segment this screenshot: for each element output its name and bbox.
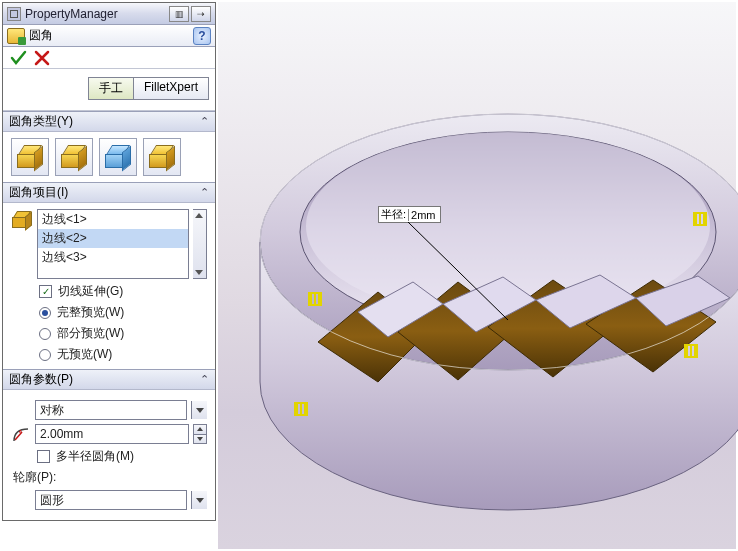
ok-button[interactable]: [9, 49, 27, 67]
cancel-button[interactable]: [33, 49, 51, 67]
checkbox-icon[interactable]: [37, 450, 50, 463]
radius-icon: [11, 425, 31, 443]
partial-preview-row[interactable]: 部分预览(W): [39, 325, 207, 342]
section-fillet-items: 圆角项目(I) ⌃ 边线<1> 边线<2> 边线<3> ✓ 切线延伸(G) 完整…: [3, 182, 215, 369]
svg-line-4: [408, 222, 508, 320]
fillet-type-constant[interactable]: [11, 138, 49, 176]
tangent-propagation-row[interactable]: ✓ 切线延伸(G): [39, 283, 207, 300]
section-fillet-type-title: 圆角类型(Y): [9, 113, 73, 130]
mode-manual[interactable]: 手工: [88, 77, 134, 100]
list-item[interactable]: 边线<1>: [38, 210, 188, 229]
edge-selection-icon: [12, 211, 32, 229]
list-item[interactable]: 边线<3>: [38, 248, 188, 267]
fillet-handle[interactable]: [693, 212, 721, 234]
section-fillet-params-header[interactable]: 圆角参数(P) ⌃: [3, 370, 215, 390]
radio-selected-icon[interactable]: [39, 307, 51, 319]
tangent-propagation-label: 切线延伸(G): [58, 283, 123, 300]
radius-callout: 半径:: [378, 206, 441, 223]
radius-input[interactable]: 2.00mm: [35, 424, 189, 444]
dropdown-button[interactable]: [191, 401, 207, 419]
dropdown-button[interactable]: [191, 491, 207, 509]
profile-value: 圆形: [40, 492, 64, 509]
no-preview-row[interactable]: 无预览(W): [39, 346, 207, 363]
full-preview-row[interactable]: 完整预览(W): [39, 304, 207, 321]
profile-dropdown[interactable]: 圆形: [35, 490, 187, 510]
section-fillet-items-header[interactable]: 圆角项目(I) ⌃: [3, 183, 215, 203]
edges-listbox[interactable]: 边线<1> 边线<2> 边线<3>: [37, 209, 189, 279]
radius-callout-input[interactable]: [408, 209, 438, 221]
radius-spinner[interactable]: [193, 424, 207, 444]
list-scrollbar[interactable]: [193, 209, 207, 279]
multi-radius-row[interactable]: 多半径圆角(M): [37, 448, 207, 465]
mode-switch: 手工 FilletXpert: [3, 69, 215, 111]
confirm-row: [3, 47, 215, 69]
panel-icon: [7, 7, 21, 21]
fillet-type-row: [11, 138, 207, 176]
profile-label: 轮廓(P):: [13, 469, 207, 486]
checkbox-checked-icon[interactable]: ✓: [39, 285, 52, 298]
multi-radius-label: 多半径圆角(M): [56, 448, 134, 465]
feature-header: 圆角 ?: [3, 25, 215, 47]
symmetry-dropdown[interactable]: 对称: [35, 400, 187, 420]
fillet-handle[interactable]: [684, 344, 712, 366]
fillet-type-face[interactable]: [99, 138, 137, 176]
section-fillet-params-title: 圆角参数(P): [9, 371, 73, 388]
list-item[interactable]: 边线<2>: [38, 229, 188, 248]
symmetry-value: 对称: [40, 402, 64, 419]
partial-preview-label: 部分预览(W): [57, 325, 124, 342]
property-manager-panel: PropertyManager ▥ ⇢ 圆角 ? 手工 FilletXpert …: [2, 2, 216, 521]
panel-title: PropertyManager: [25, 7, 118, 21]
panel-titlebar: PropertyManager ▥ ⇢: [3, 3, 215, 25]
fillet-icon: [7, 28, 25, 44]
full-preview-label: 完整预览(W): [57, 304, 124, 321]
radius-value: 2.00mm: [40, 427, 83, 441]
no-preview-label: 无预览(W): [57, 346, 112, 363]
graphics-viewport[interactable]: 半径:: [218, 2, 736, 549]
section-fillet-type-header[interactable]: 圆角类型(Y) ⌃: [3, 112, 215, 132]
section-fillet-items-title: 圆角项目(I): [9, 184, 68, 201]
section-fillet-params: 圆角参数(P) ⌃ 对称 2.00mm: [3, 369, 215, 520]
fillet-handle[interactable]: [294, 402, 322, 424]
radio-icon[interactable]: [39, 349, 51, 361]
fillet-type-variable[interactable]: [55, 138, 93, 176]
feature-name: 圆角: [29, 27, 53, 44]
panel-split-button[interactable]: ▥: [169, 6, 189, 22]
radio-icon[interactable]: [39, 328, 51, 340]
fillet-handle[interactable]: [308, 292, 336, 314]
fillet-type-full-round[interactable]: [143, 138, 181, 176]
section-fillet-type: 圆角类型(Y) ⌃: [3, 111, 215, 182]
mode-filletxpert[interactable]: FilletXpert: [134, 77, 209, 100]
symmetry-icon: [11, 401, 31, 419]
